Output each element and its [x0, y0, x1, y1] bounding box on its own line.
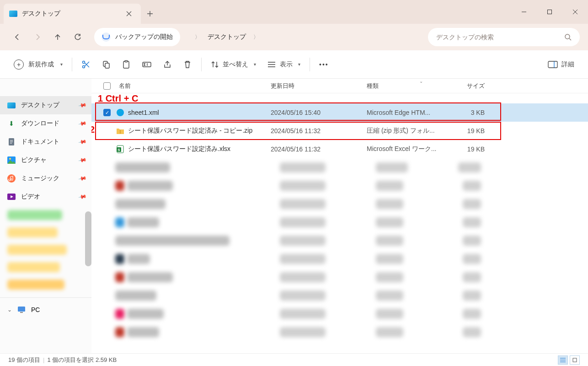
sidebar-item-downloads[interactable]: ⬇ ダウンロード 📌	[0, 114, 91, 133]
details-label: 詳細	[561, 60, 574, 69]
file-row[interactable]: シート保護パスワード設定済み - コピー.zip 2024/05/16 11:3…	[91, 122, 588, 140]
column-type[interactable]: 種類	[367, 82, 445, 90]
plus-circle-icon: +	[14, 59, 24, 70]
download-icon: ⬇	[7, 119, 16, 128]
breadcrumb[interactable]: バックアップの開始	[94, 28, 180, 46]
new-tab-button[interactable]	[141, 4, 159, 24]
sort-indicator-icon: ⌄	[419, 79, 423, 84]
breadcrumb-desktop[interactable]: デスクトップ	[208, 33, 246, 41]
chevron-right-icon: 〉	[253, 33, 259, 41]
tab-title: デスクトップ	[22, 10, 123, 18]
view-icon	[267, 61, 276, 68]
chevron-down-icon: ▾	[60, 62, 63, 67]
row-checkbox[interactable]: ✓	[103, 109, 111, 116]
file-row[interactable]: ✓ sheet1.xml 2024/05/16 15:40 Microsoft …	[91, 103, 588, 122]
file-name: シート保護パスワード設定済み.xlsx	[128, 145, 271, 153]
status-count: 19 個の項目	[8, 356, 40, 364]
chevron-down-icon: ▾	[254, 62, 256, 67]
sort-button[interactable]: 並べ替え ▾	[205, 55, 262, 74]
tab-desktop[interactable]: デスクトップ	[4, 4, 141, 24]
copy-button[interactable]	[96, 55, 116, 74]
close-button[interactable]	[562, 0, 588, 24]
maximize-button[interactable]	[537, 0, 562, 24]
more-button[interactable]: •••	[314, 55, 334, 74]
pin-icon: 📌	[78, 119, 87, 128]
cloud-icon	[102, 32, 111, 42]
music-icon	[7, 174, 16, 183]
cut-button[interactable]	[76, 55, 96, 74]
navbar: バックアップの開始 〉 デスクトップ 〉	[0, 24, 588, 50]
details-pane-button[interactable]: 詳細	[542, 55, 580, 74]
scrollbar[interactable]	[85, 211, 91, 266]
svg-rect-7	[125, 60, 128, 62]
breadcrumb-tail: 〉 デスクトップ 〉	[182, 33, 272, 41]
back-button[interactable]	[8, 28, 27, 46]
rename-icon	[142, 60, 152, 69]
pin-icon: 📌	[78, 192, 87, 201]
svg-rect-6	[123, 61, 129, 68]
rename-button[interactable]	[136, 55, 157, 74]
column-headers: 名前 更新日時 種類 サイズ ⌄	[91, 79, 588, 93]
file-row[interactable]: S シート保護パスワード設定済み.xlsx 2024/05/16 11:32 M…	[91, 140, 588, 158]
pin-icon: 📌	[78, 156, 87, 165]
document-icon	[7, 138, 16, 146]
file-pane: 名前 更新日時 種類 サイズ ⌄ 1 Ctrl + C ✓ sheet1.xml…	[91, 79, 588, 366]
file-type: Microsoft Edge HTM...	[367, 109, 445, 116]
svg-rect-16	[20, 312, 23, 313]
details-view-button[interactable]	[558, 355, 568, 365]
pc-icon	[17, 306, 26, 314]
file-date: 2024/05/16 15:40	[271, 109, 367, 116]
paste-button[interactable]	[116, 55, 136, 74]
large-icons-view-button[interactable]	[570, 355, 580, 365]
sidebar-item-pictures[interactable]: ピクチャ 📌	[0, 151, 91, 169]
new-label: 新規作成	[28, 60, 54, 69]
forward-button[interactable]	[28, 28, 47, 46]
sidebar-item-documents[interactable]: ドキュメント 📌	[0, 133, 91, 151]
picture-icon	[7, 156, 16, 164]
select-all-checkbox[interactable]	[103, 82, 111, 90]
share-button[interactable]	[157, 55, 177, 74]
paste-icon	[122, 60, 131, 69]
search-icon	[564, 33, 572, 41]
window-controls	[511, 0, 588, 24]
file-size: 3 KB	[445, 109, 491, 116]
view-toggle	[558, 355, 580, 365]
copy-icon	[102, 60, 111, 69]
desktop-icon	[9, 11, 17, 17]
sidebar: デスクトップ 📌 ⬇ ダウンロード 📌 ドキュメント 📌 ピクチャ 📌 ミュージ…	[0, 79, 91, 366]
column-date[interactable]: 更新日時	[271, 82, 367, 90]
sidebar-item-label: ダウンロード	[21, 119, 59, 128]
pin-icon: 📌	[78, 101, 87, 110]
pin-icon: 📌	[78, 174, 87, 183]
sidebar-item-pc[interactable]: ⌄ PC	[0, 301, 91, 319]
view-button[interactable]: 表示 ▾	[262, 55, 306, 74]
tab-close-button[interactable]	[123, 7, 135, 20]
refresh-button[interactable]	[69, 28, 87, 46]
svg-point-2	[83, 65, 85, 68]
sidebar-item-videos[interactable]: ビデオ 📌	[0, 188, 91, 206]
file-size: 19 KB	[445, 145, 491, 153]
svg-rect-15	[18, 307, 25, 312]
sidebar-item-desktop[interactable]: デスクトップ 📌	[0, 96, 91, 114]
share-icon	[163, 60, 172, 69]
zip-icon	[115, 127, 125, 135]
search-input[interactable]	[436, 33, 564, 41]
svg-text:S: S	[118, 148, 120, 152]
sidebar-item-label: デスクトップ	[21, 101, 59, 109]
search-box[interactable]	[428, 28, 580, 46]
svg-rect-8	[143, 62, 151, 67]
column-name[interactable]: 名前	[115, 82, 271, 90]
minimize-button[interactable]	[511, 0, 537, 24]
view-label: 表示	[280, 60, 293, 69]
up-button[interactable]	[48, 28, 67, 46]
column-size[interactable]: サイズ	[445, 82, 491, 90]
sidebar-item-music[interactable]: ミュージック 📌	[0, 169, 91, 188]
file-size: 19 KB	[445, 127, 491, 135]
breadcrumb-backup[interactable]: バックアップの開始	[115, 33, 173, 41]
sidebar-item-label: ピクチャ	[21, 156, 47, 164]
main-area: デスクトップ 📌 ⬇ ダウンロード 📌 ドキュメント 📌 ピクチャ 📌 ミュージ…	[0, 79, 588, 366]
delete-button[interactable]	[177, 55, 198, 74]
desktop-icon	[7, 102, 16, 108]
chevron-right-icon: 〉	[195, 33, 200, 41]
new-button[interactable]: + 新規作成 ▾	[8, 55, 68, 74]
